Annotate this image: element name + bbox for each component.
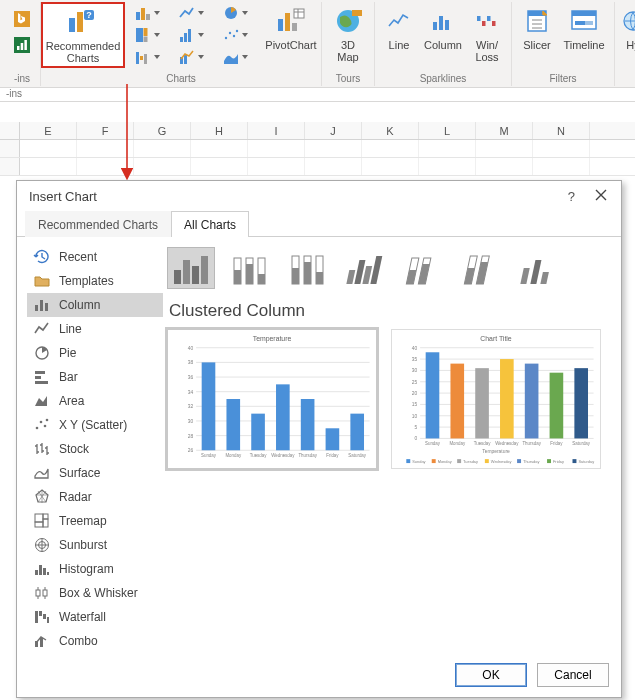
close-icon bbox=[595, 189, 607, 201]
subtype-4[interactable] bbox=[399, 247, 447, 289]
recommended-charts-label: Recommended Charts bbox=[46, 40, 121, 64]
category-pie[interactable]: Pie bbox=[27, 341, 163, 365]
category-combo[interactable]: Combo bbox=[27, 629, 163, 653]
column-chart-dropdown[interactable] bbox=[129, 2, 169, 24]
insert-chart-dialog: Insert Chart ? Recommended Charts All Ch… bbox=[16, 180, 622, 698]
category-label: Surface bbox=[59, 466, 100, 480]
category-label: Stock bbox=[59, 442, 89, 456]
recommended-charts-button[interactable]: ? Recommended Charts bbox=[41, 2, 125, 68]
category-label: Box & Whisker bbox=[59, 586, 138, 600]
subtype-5[interactable] bbox=[457, 247, 505, 289]
svg-rect-93 bbox=[304, 262, 311, 284]
svg-text:Temperature: Temperature bbox=[253, 335, 292, 343]
svg-point-60 bbox=[44, 425, 47, 428]
dialog-help-button[interactable]: ? bbox=[564, 189, 579, 204]
category-icon bbox=[33, 488, 51, 506]
chart-gallery-column bbox=[129, 2, 169, 68]
col-H[interactable]: H bbox=[191, 122, 248, 139]
svg-rect-132 bbox=[251, 414, 265, 451]
sparkline-line-button[interactable]: Line bbox=[381, 2, 417, 68]
svg-rect-80 bbox=[174, 270, 181, 284]
category-waterfall[interactable]: Waterfall bbox=[27, 605, 163, 629]
sparkline-winloss-label: Win/ Loss bbox=[475, 39, 498, 63]
col-K[interactable]: K bbox=[362, 122, 419, 139]
col-L[interactable]: L bbox=[419, 122, 476, 139]
slicer-button[interactable]: Slicer bbox=[518, 2, 556, 68]
people-graph-icon[interactable] bbox=[10, 34, 34, 56]
subtype-6[interactable] bbox=[515, 247, 563, 289]
svg-text:Monday: Monday bbox=[438, 459, 452, 464]
svg-rect-188 bbox=[572, 459, 576, 463]
col-M[interactable]: M bbox=[476, 122, 533, 139]
svg-rect-76 bbox=[43, 614, 46, 619]
sparkline-column-button[interactable]: Column bbox=[421, 2, 465, 68]
category-x-y-scatter-[interactable]: X Y (Scatter) bbox=[27, 413, 163, 437]
svg-rect-4 bbox=[24, 40, 27, 50]
svg-text:20: 20 bbox=[412, 391, 418, 396]
col-E[interactable]: E bbox=[20, 122, 77, 139]
subtype-2[interactable] bbox=[283, 247, 331, 289]
col-F[interactable]: F bbox=[77, 122, 134, 139]
category-icon bbox=[33, 296, 51, 314]
row[interactable] bbox=[0, 140, 635, 158]
group-sparklines: Line Column Win/ Loss Sparklines bbox=[375, 2, 512, 86]
category-area[interactable]: Area bbox=[27, 389, 163, 413]
chart-preview-2[interactable]: Chart Title0510152025303540SundayMondayT… bbox=[391, 329, 601, 469]
category-box-whisker[interactable]: Box & Whisker bbox=[27, 581, 163, 605]
col-G[interactable]: G bbox=[134, 122, 191, 139]
tab-all-charts[interactable]: All Charts bbox=[171, 211, 249, 237]
category-surface[interactable]: Surface bbox=[27, 461, 163, 485]
category-column[interactable]: Column bbox=[27, 293, 163, 317]
svg-rect-31 bbox=[294, 9, 304, 18]
subtype-1[interactable] bbox=[225, 247, 273, 289]
combo-chart-dropdown[interactable] bbox=[173, 46, 213, 68]
svg-rect-36 bbox=[433, 22, 437, 30]
cancel-button[interactable]: Cancel bbox=[537, 663, 609, 687]
category-recent[interactable]: Recent bbox=[27, 245, 163, 269]
col-J[interactable]: J bbox=[305, 122, 362, 139]
pivotchart-button[interactable]: PivotChart bbox=[261, 2, 321, 68]
group-charts: ? Recommended Charts bbox=[41, 2, 322, 86]
category-icon bbox=[33, 416, 51, 434]
line-chart-dropdown[interactable] bbox=[173, 2, 213, 24]
svg-rect-14 bbox=[144, 37, 148, 43]
svg-text:Chart Title: Chart Title bbox=[480, 335, 512, 342]
surface-chart-dropdown[interactable] bbox=[217, 46, 257, 68]
row[interactable] bbox=[0, 158, 635, 176]
bing-icon[interactable] bbox=[10, 8, 34, 30]
subtype-3[interactable] bbox=[341, 247, 389, 289]
ok-button[interactable]: OK bbox=[455, 663, 527, 687]
category-bar[interactable]: Bar bbox=[27, 365, 163, 389]
pie-chart-dropdown[interactable] bbox=[217, 2, 257, 24]
scatter-chart-dropdown[interactable] bbox=[217, 24, 257, 46]
waterfall-chart-dropdown[interactable] bbox=[129, 46, 169, 68]
category-templates[interactable]: Templates bbox=[27, 269, 163, 293]
svg-point-25 bbox=[229, 32, 231, 34]
subtype-0[interactable] bbox=[167, 247, 215, 289]
svg-rect-87 bbox=[246, 264, 253, 284]
timeline-button[interactable]: Timeline bbox=[560, 2, 608, 68]
svg-rect-74 bbox=[35, 611, 38, 623]
svg-rect-95 bbox=[316, 272, 323, 284]
statistic-chart-dropdown[interactable] bbox=[173, 24, 213, 46]
hyperlink-button[interactable]: Hy bbox=[621, 2, 635, 68]
3d-map-button[interactable]: 3D Map bbox=[328, 2, 368, 68]
tab-recommended[interactable]: Recommended Charts bbox=[25, 211, 171, 237]
svg-rect-11 bbox=[146, 14, 150, 20]
sparkline-winloss-button[interactable]: Win/ Loss bbox=[469, 2, 505, 68]
chart-preview-1[interactable]: Temperature2628303234363840SundayMondayT… bbox=[167, 329, 377, 469]
svg-rect-107 bbox=[476, 262, 488, 284]
category-sunburst[interactable]: Sunburst bbox=[27, 533, 163, 557]
dialog-close-button[interactable] bbox=[591, 189, 611, 204]
col-I[interactable]: I bbox=[248, 122, 305, 139]
pivotchart-label: PivotChart bbox=[265, 39, 316, 51]
category-line[interactable]: Line bbox=[27, 317, 163, 341]
col-N[interactable]: N bbox=[533, 122, 590, 139]
spreadsheet-grid[interactable]: E F G H I J K L M N bbox=[0, 102, 635, 180]
category-radar[interactable]: Radar bbox=[27, 485, 163, 509]
category-treemap[interactable]: Treemap bbox=[27, 509, 163, 533]
category-histogram[interactable]: Histogram bbox=[27, 557, 163, 581]
category-stock[interactable]: Stock bbox=[27, 437, 163, 461]
svg-text:Saturday: Saturday bbox=[348, 453, 366, 458]
hierarchy-chart-dropdown[interactable] bbox=[129, 24, 169, 46]
